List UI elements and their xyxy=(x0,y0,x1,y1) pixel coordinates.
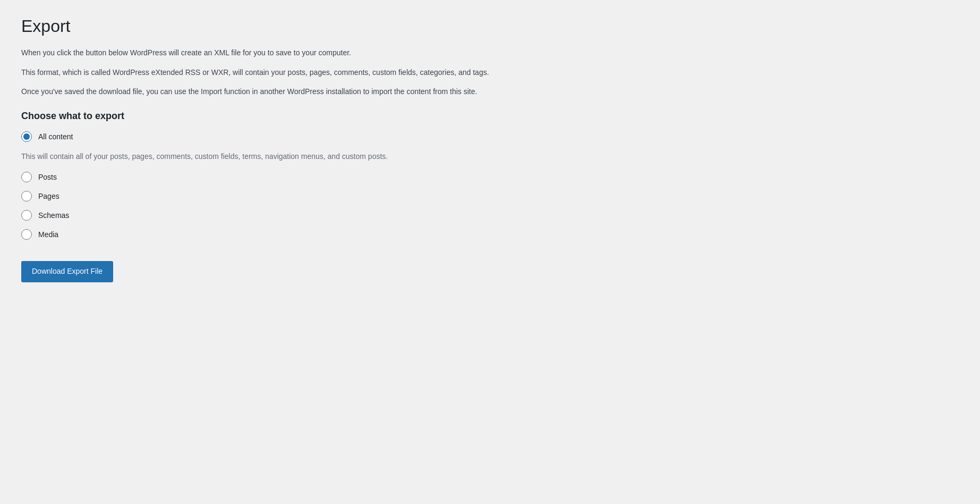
radio-schemas[interactable] xyxy=(21,210,32,221)
section-heading: Choose what to export xyxy=(21,111,616,122)
radio-all-content[interactable] xyxy=(21,131,32,142)
description-3: Once you've saved the download file, you… xyxy=(21,86,616,97)
radio-item-schemas[interactable]: Schemas xyxy=(21,210,616,221)
radio-label-posts: Posts xyxy=(38,173,57,181)
radio-item-posts[interactable]: Posts xyxy=(21,172,616,182)
radio-media[interactable] xyxy=(21,229,32,240)
export-options-group: All content This will contain all of you… xyxy=(21,131,616,248)
radio-item-pages[interactable]: Pages xyxy=(21,191,616,201)
radio-posts[interactable] xyxy=(21,172,32,182)
page-container: Export When you click the button below W… xyxy=(0,0,637,298)
radio-label-pages: Pages xyxy=(38,192,59,200)
all-content-description: This will contain all of your posts, pag… xyxy=(21,150,616,162)
description-2: This format, which is called WordPress e… xyxy=(21,66,616,78)
radio-item-media[interactable]: Media xyxy=(21,229,616,240)
page-title: Export xyxy=(21,16,616,36)
radio-label-schemas: Schemas xyxy=(38,211,69,220)
radio-label-all-content: All content xyxy=(38,132,73,141)
description-1: When you click the button below WordPres… xyxy=(21,47,616,58)
radio-item-all-content[interactable]: All content xyxy=(21,131,616,142)
radio-label-media: Media xyxy=(38,230,58,239)
download-export-button[interactable]: Download Export File xyxy=(21,261,113,282)
radio-pages[interactable] xyxy=(21,191,32,201)
